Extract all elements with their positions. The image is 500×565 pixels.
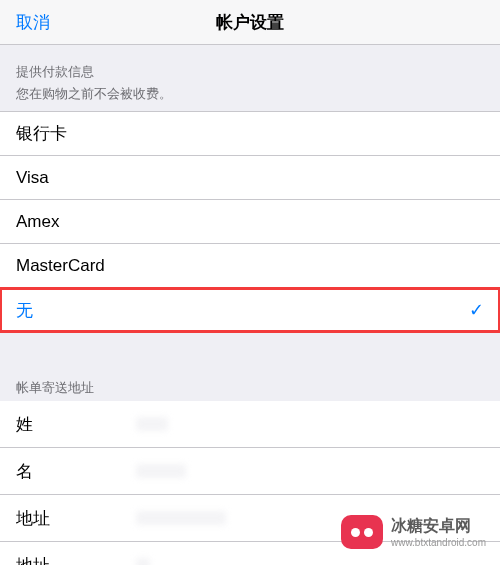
watermark-site: 冰糖安卓网 bbox=[391, 516, 486, 537]
watermark: 冰糖安卓网 www.btxtandroid.com bbox=[341, 515, 486, 549]
billing-field-label: 地址 bbox=[16, 554, 96, 566]
payment-option-label: Visa bbox=[16, 168, 49, 188]
checkmark-icon: ✓ bbox=[469, 299, 484, 321]
billing-section-heading: 帐单寄送地址 bbox=[0, 361, 500, 401]
payment-section-subheading: 您在购物之前不会被收费。 bbox=[0, 85, 500, 111]
billing-field-value bbox=[136, 464, 186, 478]
watermark-url: www.btxtandroid.com bbox=[391, 537, 486, 548]
payment-section-heading: 提供付款信息 bbox=[0, 45, 500, 85]
payment-option-visa[interactable]: Visa bbox=[0, 156, 500, 200]
page-title: 帐户设置 bbox=[0, 11, 500, 34]
payment-option-none[interactable]: 无 ✓ bbox=[0, 288, 500, 332]
nav-header: 取消 帐户设置 bbox=[0, 0, 500, 45]
billing-field-row[interactable]: 姓 bbox=[0, 401, 500, 448]
payment-option-label: 银行卡 bbox=[16, 122, 67, 145]
payment-option-bankcard[interactable]: 银行卡 bbox=[0, 112, 500, 156]
billing-field-value bbox=[136, 417, 168, 431]
billing-field-value bbox=[136, 511, 226, 525]
payment-option-label: MasterCard bbox=[16, 256, 105, 276]
payment-option-mastercard[interactable]: MasterCard bbox=[0, 244, 500, 288]
billing-field-label: 姓 bbox=[16, 413, 96, 436]
billing-field-value bbox=[136, 558, 150, 565]
payment-options-group: 银行卡 Visa Amex MasterCard 无 ✓ bbox=[0, 111, 500, 333]
payment-option-amex[interactable]: Amex bbox=[0, 200, 500, 244]
payment-option-label: 无 bbox=[16, 299, 33, 322]
watermark-logo-icon bbox=[341, 515, 383, 549]
billing-field-label: 名 bbox=[16, 460, 96, 483]
payment-option-label: Amex bbox=[16, 212, 59, 232]
cancel-button[interactable]: 取消 bbox=[16, 11, 50, 34]
billing-field-label: 地址 bbox=[16, 507, 96, 530]
billing-field-row[interactable]: 名 bbox=[0, 448, 500, 495]
